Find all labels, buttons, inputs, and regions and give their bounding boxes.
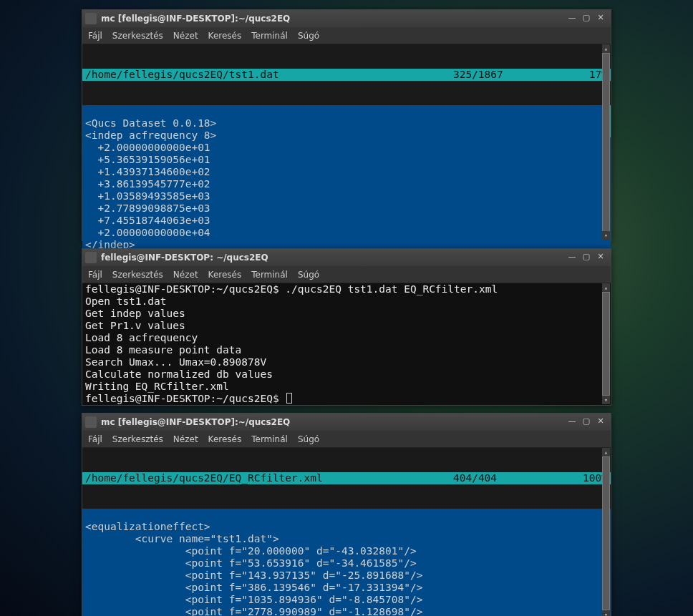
- menu-view[interactable]: Nézet: [173, 31, 198, 41]
- close-button[interactable]: ✕: [593, 416, 608, 428]
- menu-help[interactable]: Súgó: [298, 434, 319, 444]
- window-title: mc [fellegis@INF-DESKTOP]:~/qucs2EQ: [101, 417, 565, 427]
- menu-file[interactable]: Fájl: [88, 434, 102, 444]
- maximize-button[interactable]: ▢: [579, 13, 593, 24]
- menu-file[interactable]: Fájl: [88, 270, 102, 280]
- mc-viewer-window-1: mc [fellegis@INF-DESKTOP]:~/qucs2EQ — ▢ …: [82, 9, 611, 241]
- menu-terminal[interactable]: Terminál: [251, 270, 288, 280]
- titlebar[interactable]: mc [fellegis@INF-DESKTOP]:~/qucs2EQ — ▢ …: [82, 10, 611, 27]
- menubar: Fájl Szerkesztés Nézet Keresés Terminál …: [82, 27, 611, 44]
- menu-search[interactable]: Keresés: [208, 31, 242, 41]
- scroll-down-icon[interactable]: ▾: [602, 231, 610, 240]
- close-button[interactable]: ✕: [593, 13, 608, 24]
- maximize-button[interactable]: ▢: [579, 252, 593, 263]
- file-position: 325/1867: [453, 69, 503, 81]
- menu-search[interactable]: Keresés: [208, 434, 242, 444]
- mc-viewer-window-2: mc [fellegis@INF-DESKTOP]:~/qucs2EQ — ▢ …: [82, 413, 611, 616]
- scroll-up-icon[interactable]: ▴: [602, 448, 610, 456]
- scroll-up-icon[interactable]: ▴: [602, 283, 610, 292]
- window-scrollbar[interactable]: ▴ ▾: [602, 283, 610, 404]
- viewer-header: /home/fellegis/qucs2EQ/EQ_RCfilter.xml 4…: [82, 472, 611, 484]
- minimize-button[interactable]: —: [565, 416, 579, 428]
- terminal-icon: [85, 416, 97, 428]
- terminal-output[interactable]: fellegis@INF-DESKTOP:~/qucs2EQ$ ./qucs2E…: [82, 283, 611, 405]
- minimize-button[interactable]: —: [565, 13, 579, 24]
- titlebar[interactable]: mc [fellegis@INF-DESKTOP]:~/qucs2EQ — ▢ …: [82, 414, 611, 431]
- file-position: 404/404: [453, 472, 497, 484]
- window-scrollbar[interactable]: ▴ ▾: [602, 44, 610, 240]
- menu-view[interactable]: Nézet: [173, 434, 198, 444]
- terminal-icon: [85, 252, 97, 263]
- menu-edit[interactable]: Szerkesztés: [112, 31, 163, 41]
- scrollbar-thumb[interactable]: [602, 292, 610, 396]
- menu-help[interactable]: Súgó: [298, 31, 319, 41]
- window-title: fellegis@INF-DESKTOP: ~/qucs2EQ: [101, 253, 565, 263]
- menu-edit[interactable]: Szerkesztés: [112, 434, 163, 444]
- menu-view[interactable]: Nézet: [173, 270, 198, 280]
- terminal-icon: [85, 13, 97, 24]
- menu-help[interactable]: Súgó: [298, 270, 319, 280]
- menubar: Fájl Szerkesztés Nézet Keresés Terminál …: [82, 266, 611, 283]
- scrollbar-thumb[interactable]: [602, 456, 610, 610]
- file-path: /home/fellegis/qucs2EQ/EQ_RCfilter.xml: [85, 472, 453, 484]
- menu-terminal[interactable]: Terminál: [251, 31, 288, 41]
- scroll-down-icon[interactable]: ▾: [602, 396, 610, 404]
- terminal-cursor: [286, 393, 292, 404]
- file-path: /home/fellegis/qucs2EQ/tst1.dat: [85, 69, 453, 81]
- titlebar[interactable]: fellegis@INF-DESKTOP: ~/qucs2EQ — ▢ ✕: [82, 249, 611, 266]
- menu-file[interactable]: Fájl: [88, 31, 102, 41]
- window-title: mc [fellegis@INF-DESKTOP]:~/qucs2EQ: [101, 14, 565, 24]
- viewer-content: /home/fellegis/qucs2EQ/EQ_RCfilter.xml 4…: [82, 448, 611, 616]
- window-scrollbar[interactable]: ▴ ▾: [602, 448, 610, 616]
- close-button[interactable]: ✕: [593, 252, 608, 263]
- menu-edit[interactable]: Szerkesztés: [112, 270, 163, 280]
- minimize-button[interactable]: —: [565, 252, 579, 263]
- scrollbar-thumb[interactable]: [602, 53, 610, 232]
- terminal-window: fellegis@INF-DESKTOP: ~/qucs2EQ — ▢ ✕ Fá…: [82, 248, 611, 406]
- file-body: <equalizationeffect> <curve name="tst1.d…: [82, 509, 611, 616]
- maximize-button[interactable]: ▢: [579, 416, 593, 428]
- menu-terminal[interactable]: Terminál: [251, 434, 288, 444]
- scroll-up-icon[interactable]: ▴: [602, 44, 610, 53]
- viewer-header: /home/fellegis/qucs2EQ/tst1.dat 325/1867…: [82, 69, 611, 81]
- scroll-down-icon[interactable]: ▾: [602, 610, 610, 616]
- menubar: Fájl Szerkesztés Nézet Keresés Terminál …: [82, 431, 611, 448]
- menu-search[interactable]: Keresés: [208, 270, 242, 280]
